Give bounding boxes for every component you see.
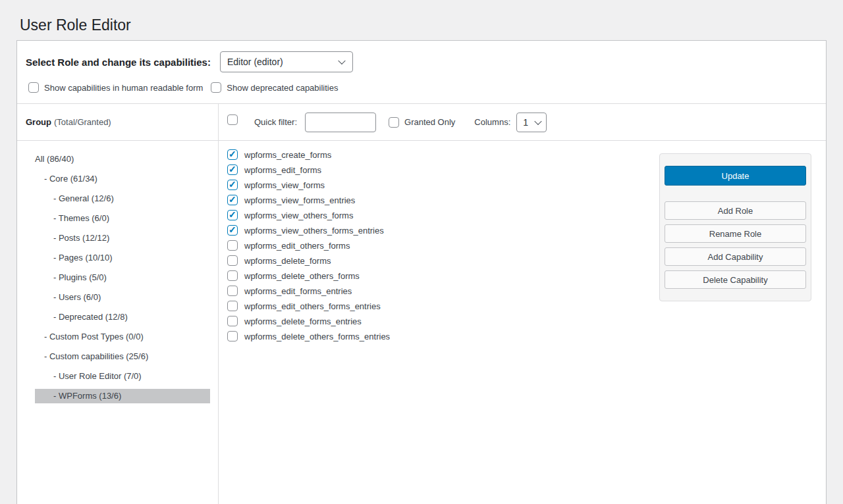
capability-checkbox[interactable] xyxy=(227,180,238,190)
capability-row[interactable]: wpforms_delete_forms_entries xyxy=(227,316,659,326)
role-select-label: Select Role and change its capabilities: xyxy=(26,57,211,68)
group-tree: All (86/40)- Core (61/34)- General (12/6… xyxy=(17,141,218,409)
capability-label: wpforms_view_forms_entries xyxy=(244,195,355,205)
quick-filter-label: Quick filter: xyxy=(254,117,297,127)
granted-only-label: Granted Only xyxy=(404,117,455,127)
capability-row[interactable]: wpforms_edit_forms xyxy=(227,164,659,175)
capability-row[interactable]: wpforms_create_forms xyxy=(227,149,659,160)
capabilities-body: wpforms_create_formswpforms_edit_formswp… xyxy=(219,141,826,504)
capability-label: wpforms_delete_forms_entries xyxy=(244,316,362,326)
tree-item[interactable]: - Users (6/0) xyxy=(35,290,210,305)
deprecated-label: Show deprecated capabilities xyxy=(227,83,338,93)
capability-checkbox[interactable] xyxy=(227,225,238,236)
capabilities-column: Quick filter: Granted Only Columns: 1 wp… xyxy=(219,104,826,504)
capabilities-list: wpforms_create_formswpforms_edit_formswp… xyxy=(219,149,659,504)
display-options-row: Show capabilities in human readable form… xyxy=(17,72,826,103)
role-select-wrap: Editor (editor) xyxy=(220,51,353,72)
capability-checkbox[interactable] xyxy=(227,270,238,281)
role-select[interactable]: Editor (editor) xyxy=(220,51,353,72)
update-button[interactable]: Update xyxy=(665,166,806,186)
filter-bar: Quick filter: Granted Only Columns: 1 xyxy=(219,104,826,141)
capability-row[interactable]: wpforms_edit_others_forms_entries xyxy=(227,301,659,311)
capability-label: wpforms_edit_forms xyxy=(244,165,321,175)
add-role-button[interactable]: Add Role xyxy=(665,201,806,220)
capability-label: wpforms_edit_others_forms xyxy=(244,241,350,251)
capability-label: wpforms_delete_forms xyxy=(244,256,331,266)
tree-item[interactable]: - User Role Editor (7/0) xyxy=(35,369,210,384)
group-header-title: Group xyxy=(26,117,51,127)
group-header-suffix: (Total/Granted) xyxy=(54,117,111,127)
capability-label: wpforms_edit_others_forms_entries xyxy=(244,301,381,311)
granted-only-toggle[interactable]: Granted Only xyxy=(389,117,455,128)
human-readable-toggle[interactable]: Show capabilities in human readable form xyxy=(28,82,203,93)
capability-checkbox[interactable] xyxy=(227,195,238,205)
capability-checkbox[interactable] xyxy=(227,316,238,326)
capability-label: wpforms_view_others_forms_entries xyxy=(244,226,384,236)
capability-row[interactable]: wpforms_view_others_forms_entries xyxy=(227,225,659,236)
capability-row[interactable]: wpforms_view_forms_entries xyxy=(227,195,659,205)
tree-item[interactable]: - Plugins (5/0) xyxy=(35,270,210,285)
tree-item[interactable]: - General (12/6) xyxy=(35,191,210,206)
granted-only-checkbox[interactable] xyxy=(389,117,399,128)
human-readable-label: Show capabilities in human readable form xyxy=(44,83,203,93)
add-capability-button[interactable]: Add Capability xyxy=(665,247,806,266)
capability-label: wpforms_delete_others_forms xyxy=(244,271,360,281)
human-readable-checkbox[interactable] xyxy=(28,82,39,93)
tree-item[interactable]: - Themes (6/0) xyxy=(35,211,210,226)
role-select-row: Select Role and change its capabilities:… xyxy=(17,41,826,72)
capability-row[interactable]: wpforms_delete_others_forms xyxy=(227,270,659,281)
capability-checkbox[interactable] xyxy=(227,210,238,220)
page-title: User Role Editor xyxy=(0,0,843,35)
capability-checkbox[interactable] xyxy=(227,255,238,266)
tree-item[interactable]: - Custom capabilities (25/6) xyxy=(35,349,210,364)
group-header: Group (Total/Granted) xyxy=(17,104,218,141)
tree-item[interactable]: - WPForms (13/6) xyxy=(35,389,210,403)
columns-select[interactable]: 1 xyxy=(516,113,547,132)
capability-label: wpforms_view_forms xyxy=(244,180,325,190)
capability-checkbox[interactable] xyxy=(227,164,238,175)
select-all-checkbox[interactable] xyxy=(227,114,238,125)
tree-item[interactable]: All (86/40) xyxy=(35,152,210,166)
capability-label: wpforms_create_forms xyxy=(244,150,331,160)
capability-checkbox[interactable] xyxy=(227,149,238,160)
quick-filter-input[interactable] xyxy=(305,113,376,132)
tree-item[interactable]: - Posts (12/12) xyxy=(35,231,210,245)
group-column: Group (Total/Granted) All (86/40)- Core … xyxy=(17,104,219,504)
capability-checkbox[interactable] xyxy=(227,331,238,341)
user-role-editor-panel: Select Role and change its capabilities:… xyxy=(16,40,827,504)
capability-label: wpforms_edit_forms_entries xyxy=(244,286,352,296)
capability-label: wpforms_view_others_forms xyxy=(244,211,353,220)
capability-label: wpforms_delete_others_forms_entries xyxy=(244,332,390,341)
columns-label: Columns: xyxy=(474,117,510,127)
deprecated-checkbox[interactable] xyxy=(211,82,221,93)
capability-row[interactable]: wpforms_view_forms xyxy=(227,180,659,190)
tree-item[interactable]: - Core (61/34) xyxy=(35,172,210,186)
rename-role-button[interactable]: Rename Role xyxy=(665,224,806,243)
secondary-buttons: Add RoleRename RoleAdd CapabilityDelete … xyxy=(665,201,806,289)
deprecated-toggle[interactable]: Show deprecated capabilities xyxy=(211,82,338,93)
capability-row[interactable]: wpforms_edit_forms_entries xyxy=(227,286,659,296)
capability-checkbox[interactable] xyxy=(227,240,238,251)
delete-capability-button[interactable]: Delete Capability xyxy=(665,270,806,289)
actions-panel: Update Add RoleRename RoleAdd Capability… xyxy=(659,153,811,301)
tree-item[interactable]: - Deprecated (12/8) xyxy=(35,310,210,324)
capability-row[interactable]: wpforms_delete_others_forms_entries xyxy=(227,331,659,341)
columns-select-wrap: 1 xyxy=(516,113,547,132)
tree-item[interactable]: - Pages (10/10) xyxy=(35,251,210,265)
capability-row[interactable]: wpforms_delete_forms xyxy=(227,255,659,266)
capability-checkbox[interactable] xyxy=(227,286,238,296)
lower-section: Group (Total/Granted) All (86/40)- Core … xyxy=(17,104,826,504)
capability-checkbox[interactable] xyxy=(227,301,238,311)
tree-item[interactable]: - Custom Post Types (0/0) xyxy=(35,330,210,344)
capability-row[interactable]: wpforms_edit_others_forms xyxy=(227,240,659,251)
capability-row[interactable]: wpforms_view_others_forms xyxy=(227,210,659,220)
